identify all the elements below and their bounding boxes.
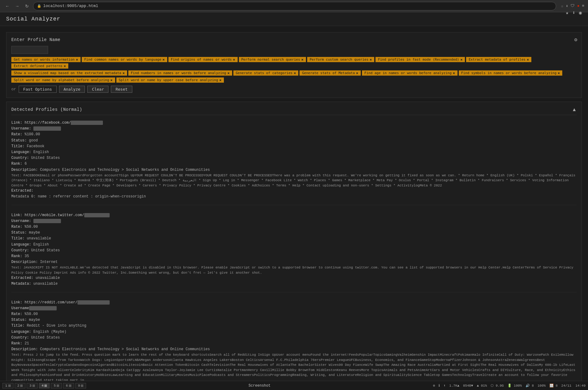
tag-close-icon[interactable]: × xyxy=(527,58,529,62)
taskbar: 1 2 3 4 5 6 9 Screenshot ⚙ ℹ ⬆ 1.7K▲ 854… xyxy=(0,381,588,390)
tag-close-icon[interactable]: × xyxy=(356,71,358,75)
browser-chrome: ← → ↻ 🔒 localhost:9005/app.html ☆ ⬇ 🛡 ● … xyxy=(0,0,588,12)
taskbar-item-2[interactable]: 2 xyxy=(15,383,26,388)
results-header: Detected Profiles (Normal) ▲ xyxy=(11,107,577,115)
tag-fast-mode[interactable]: Find profiles in fast mode (Recommended)… xyxy=(375,57,465,62)
tag-find-age[interactable]: Find age in names or words before analyz… xyxy=(362,70,458,76)
facebook-link-field: Link: https://facebook.com/█████████████… xyxy=(11,120,577,126)
tag-find-numbers[interactable]: Find numbers in names or words before an… xyxy=(128,70,232,76)
lock-icon: 🔒 xyxy=(37,4,41,8)
facebook-extracted-field: Extracted: xyxy=(11,188,577,194)
menu-icon[interactable]: ≡ xyxy=(582,4,584,9)
twitter-link-field: Link: https://mobile.twitter.com/███████… xyxy=(11,212,577,218)
taskbar-item-4[interactable]: 4 xyxy=(39,383,50,388)
back-button[interactable]: ← xyxy=(4,2,11,10)
forward-button[interactable]: → xyxy=(13,2,21,10)
settings-gear-icon[interactable]: ⚙ xyxy=(574,37,577,43)
twitter-metadata-field: Metadata: unavailable xyxy=(11,281,577,287)
main-content: Enter Profile Name ⚙ Get names or words … xyxy=(0,26,588,390)
url-bar[interactable]: 🔒 localhost:9005/app.html xyxy=(33,2,556,10)
twitter-rank-field: Rank: 35 xyxy=(11,253,577,259)
tag-split-uppercase[interactable]: Split word or name by upper case before … xyxy=(116,77,224,83)
tag-label: Get names or words information xyxy=(14,58,75,62)
taskbar-icon-gear[interactable]: ⚙ xyxy=(433,384,435,388)
taskbar-icon-info[interactable]: ℹ xyxy=(439,384,440,388)
analyze-button[interactable]: Analyze xyxy=(59,86,85,93)
tag-custom-search[interactable]: Perform custom search queries × xyxy=(307,57,374,62)
tag-close-icon[interactable]: × xyxy=(123,71,125,75)
taskbar-datetime: 24/11 14:49 xyxy=(561,384,586,388)
star-icon[interactable]: ★ xyxy=(566,10,569,16)
tag-label: Split word or name by upper case before … xyxy=(119,78,218,82)
profile-entry-facebook: Link: https://facebook.com/█████████████… xyxy=(11,120,577,205)
refresh-button[interactable]: ↻ xyxy=(23,2,31,10)
profile-section-label: Enter Profile Name xyxy=(11,37,577,42)
clear-button[interactable]: Clear xyxy=(87,86,108,93)
tag-common-names[interactable]: Find common names or words by language × xyxy=(82,57,167,62)
tag-get-names[interactable]: Get names or words information × xyxy=(11,57,81,62)
twitter-link-redacted: ███████████ xyxy=(84,213,110,217)
reddit-username-field: Username████████████ xyxy=(11,306,577,311)
fast-options-button[interactable]: Fast Options xyxy=(19,86,57,93)
tag-close-icon[interactable]: × xyxy=(76,58,78,62)
tag-stats-metadata[interactable]: Generate stats of Metadata × xyxy=(300,70,360,76)
taskbar-item-3[interactable]: 3 xyxy=(27,383,38,388)
tag-close-icon[interactable]: × xyxy=(110,78,112,82)
tag-extract-metadata[interactable]: Extract metadata of profiles × xyxy=(466,57,531,62)
reset-button[interactable]: Reset xyxy=(111,86,132,93)
tag-close-icon[interactable]: × xyxy=(233,58,235,62)
tag-close-icon[interactable]: × xyxy=(219,78,221,82)
facebook-desc-field: Description: Computers Electronics and T… xyxy=(11,167,577,173)
download2-icon[interactable]: ⬇ xyxy=(572,10,575,16)
app-title: Social Analyzer xyxy=(6,16,60,22)
reddit-status-field: Status: maybe xyxy=(11,317,577,323)
taskbar-item-1[interactable]: 1 xyxy=(2,383,13,388)
tag-label: Perform custom search queries xyxy=(310,58,368,62)
profile-name-input[interactable] xyxy=(11,46,48,54)
taskbar-item-6[interactable]: 6 xyxy=(63,383,74,388)
tag-stats-categories[interactable]: Generate stats of categories × xyxy=(233,70,299,76)
tag-extract-patterns[interactable]: Extract defined patterns × xyxy=(11,63,68,69)
taskbar-center-label: Screenshot xyxy=(248,384,270,388)
profile-section: Enter Profile Name ⚙ Get names or words … xyxy=(6,32,582,98)
tag-split-alphabet[interactable]: Split word or name by alphabet before an… xyxy=(11,77,115,83)
eye-icon[interactable]: ◉ xyxy=(579,10,582,16)
taskbar-zoom: 100% xyxy=(537,384,545,388)
reddit-text-content: Text: Press J to jump to the feed. Press… xyxy=(11,352,577,383)
tag-close-icon[interactable]: × xyxy=(228,71,230,75)
tag-close-icon[interactable]: × xyxy=(64,64,66,68)
facebook-link-redacted: ██████████████ xyxy=(71,121,103,125)
taskbar-right: ⚙ ℹ ⬆ 1.7K▲ 854B▼ ▲ 01% ⬡ 9.9G 🔋 100% 🔊 … xyxy=(433,384,586,388)
tag-visualized-map[interactable]: Show a visualized map based on the extra… xyxy=(11,70,127,76)
tag-find-symbols[interactable]: Find symbols in names or words before an… xyxy=(459,70,563,76)
facebook-title-field: Title: Facebook xyxy=(11,144,577,149)
taskbar-icon-upload[interactable]: ⬆ xyxy=(443,384,446,388)
tag-close-icon[interactable]: × xyxy=(294,71,296,75)
profile-entry-twitter: Link: https://mobile.twitter.com/███████… xyxy=(11,212,577,292)
reddit-link-field: Link: https://reddit.com/user/██████████… xyxy=(11,300,577,306)
profile-entry-reddit: Link: https://reddit.com/user/██████████… xyxy=(11,300,577,388)
app-header: Social Analyzer ★ ⬇ ◉ xyxy=(0,12,588,26)
taskbar-item-5[interactable]: 5 xyxy=(51,383,62,388)
twitter-country-field: Country: United States xyxy=(11,248,577,253)
tag-origins[interactable]: Find origins of names or words × xyxy=(168,57,238,62)
tag-close-icon[interactable]: × xyxy=(460,58,462,62)
tag-label: Find common names or words by language xyxy=(84,58,161,62)
tag-close-icon[interactable]: × xyxy=(301,58,303,62)
extension-icon[interactable]: ● xyxy=(577,4,579,9)
tag-close-icon[interactable]: × xyxy=(558,71,560,75)
tag-close-icon[interactable]: × xyxy=(163,58,165,62)
download-icon[interactable]: ⬇ xyxy=(566,4,568,9)
facebook-metadata-field: Metadata 0: name : referrer content : or… xyxy=(11,194,577,200)
taskbar-item-9[interactable]: 9 xyxy=(75,383,86,388)
tag-label: Find origins of names or words xyxy=(171,58,232,62)
tags-row-3: Split word or name by alphabet before an… xyxy=(11,77,577,83)
shield-icon[interactable]: 🛡 xyxy=(571,4,575,9)
collapse-button[interactable]: ▲ xyxy=(572,107,577,112)
tags-row-1: Get names or words information × Find co… xyxy=(11,57,577,69)
bookmark-icon[interactable]: ☆ xyxy=(561,4,564,9)
twitter-status-field: Status: maybe xyxy=(11,230,577,236)
tag-normal-search[interactable]: Perform normal search queries × xyxy=(239,57,306,62)
tag-close-icon[interactable]: × xyxy=(370,58,372,62)
tag-close-icon[interactable]: × xyxy=(453,71,455,75)
